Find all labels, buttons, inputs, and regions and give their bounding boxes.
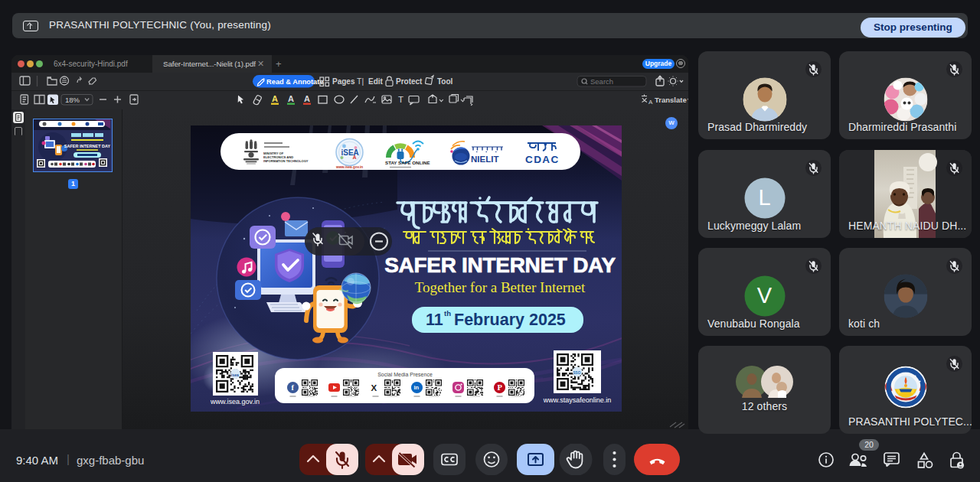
svg-text:18%: 18% bbox=[65, 96, 80, 104]
svg-text:A: A bbox=[288, 94, 294, 103]
svg-text:Social Media Presence: Social Media Presence bbox=[377, 372, 433, 377]
svg-text:T|: T| bbox=[357, 77, 364, 86]
svg-text:th: th bbox=[444, 309, 451, 318]
svg-text:Protect: Protect bbox=[396, 77, 423, 86]
svg-text:Pages: Pages bbox=[332, 77, 355, 86]
svg-text:isea: isea bbox=[231, 373, 239, 377]
svg-text:Read & Annotate: Read & Annotate bbox=[266, 78, 324, 86]
svg-text:Tool: Tool bbox=[437, 77, 453, 86]
svg-text:P: P bbox=[498, 383, 503, 392]
svg-text:www.staysafeonline.in: www.staysafeonline.in bbox=[543, 396, 612, 404]
svg-text:Edit: Edit bbox=[368, 77, 384, 86]
svg-text:A: A bbox=[648, 99, 653, 106]
svg-text:Translate: Translate bbox=[655, 96, 687, 104]
svg-text:Search: Search bbox=[590, 77, 613, 86]
svg-text:in: in bbox=[414, 384, 420, 391]
svg-text:A: A bbox=[272, 94, 278, 103]
svg-text:11: 11 bbox=[426, 311, 443, 329]
svg-text:February 2025: February 2025 bbox=[454, 311, 566, 329]
svg-text:www.isea.gov.in: www.isea.gov.in bbox=[210, 398, 260, 405]
svg-text:INFORMATION TECHNOLOGY: INFORMATION TECHNOLOGY bbox=[263, 159, 309, 163]
svg-text:X: X bbox=[371, 383, 377, 392]
svg-text:STAY SAFE ONLINE: STAY SAFE ONLINE bbox=[385, 160, 430, 165]
svg-text:CDAC: CDAC bbox=[525, 154, 560, 165]
svg-text:A: A bbox=[353, 155, 357, 160]
svg-text:www.isea.gov.in: www.isea.gov.in bbox=[335, 165, 363, 169]
svg-text:Together for a Better Internet: Together for a Better Internet bbox=[415, 279, 586, 295]
svg-text:SAFER INTERNET DAY: SAFER INTERNET DAY bbox=[64, 144, 110, 148]
svg-text:T: T bbox=[398, 95, 403, 104]
svg-text:SSO: SSO bbox=[573, 371, 581, 375]
svg-text:A: A bbox=[304, 94, 310, 103]
svg-text:SAFER INTERNET DAY: SAFER INTERNET DAY bbox=[384, 253, 616, 277]
svg-text:NIELIT: NIELIT bbox=[471, 155, 498, 164]
